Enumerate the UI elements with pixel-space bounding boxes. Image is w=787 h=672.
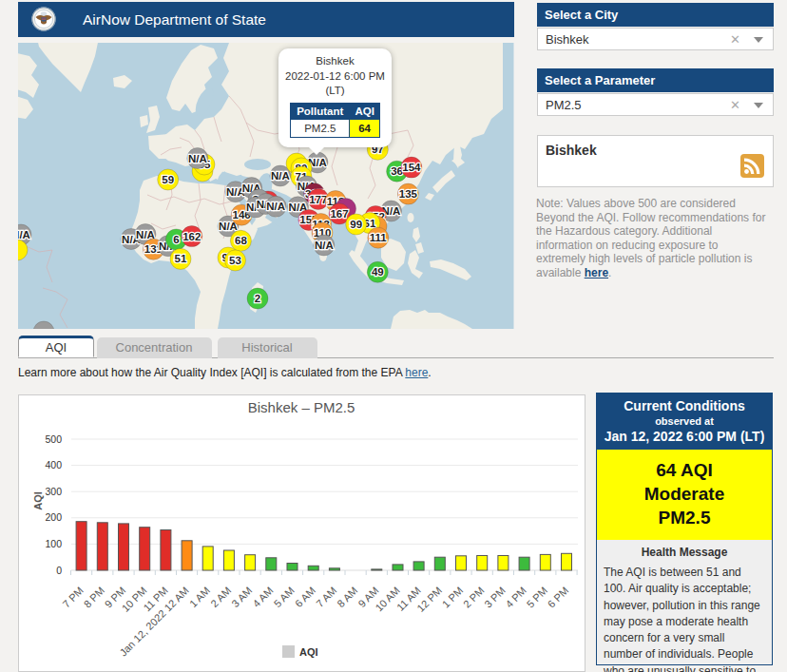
svg-text:AQI: AQI: [32, 491, 44, 510]
svg-text:154: 154: [402, 162, 421, 173]
svg-text:N/A: N/A: [188, 153, 207, 164]
svg-text:111: 111: [370, 232, 388, 243]
svg-text:500: 500: [45, 433, 62, 445]
svg-text:49: 49: [372, 266, 384, 278]
svg-text:N/A: N/A: [266, 201, 285, 212]
svg-text:0: 0: [56, 565, 62, 576]
svg-text:Bishkek – PM2.5: Bishkek – PM2.5: [248, 399, 355, 415]
svg-text:7 PM: 7 PM: [60, 585, 86, 610]
svg-text:6: 6: [173, 234, 179, 245]
svg-text:59: 59: [162, 174, 174, 185]
svg-text:300: 300: [45, 486, 62, 497]
svg-text:2 AM: 2 AM: [208, 585, 233, 609]
svg-text:N/A: N/A: [315, 240, 334, 251]
svg-text:177: 177: [309, 194, 327, 205]
svg-text:200: 200: [45, 511, 62, 523]
svg-text:AQI: AQI: [299, 646, 318, 658]
svg-text:68: 68: [235, 235, 247, 246]
svg-text:3 PM: 3 PM: [482, 585, 508, 610]
svg-text:5 AM: 5 AM: [272, 585, 297, 609]
svg-text:51: 51: [175, 253, 187, 264]
svg-text:135: 135: [399, 188, 418, 200]
svg-text:N/A: N/A: [271, 170, 290, 182]
svg-text:1 PM: 1 PM: [440, 585, 466, 610]
svg-text:2 PM: 2 PM: [461, 585, 487, 610]
svg-text:99: 99: [350, 219, 362, 230]
svg-text:2: 2: [255, 293, 260, 304]
svg-text:167: 167: [330, 208, 348, 220]
svg-text:4 PM: 4 PM: [503, 585, 528, 610]
svg-text:1 AM: 1 AM: [187, 585, 212, 609]
svg-text:7 AM: 7 AM: [314, 585, 338, 609]
svg-text:4 AM: 4 AM: [250, 585, 275, 609]
svg-text:N/A: N/A: [18, 229, 30, 240]
svg-text:53: 53: [229, 255, 241, 266]
svg-text:100: 100: [45, 538, 62, 549]
svg-text:8 PM: 8 PM: [82, 585, 107, 610]
svg-text:400: 400: [45, 459, 62, 470]
svg-text:5 PM: 5 PM: [525, 585, 550, 610]
svg-text:8 AM: 8 AM: [335, 585, 359, 609]
svg-text:162: 162: [182, 231, 201, 242]
svg-text:6 AM: 6 AM: [293, 585, 317, 609]
svg-text:6 PM: 6 PM: [546, 585, 571, 610]
svg-text:3 AM: 3 AM: [229, 585, 254, 609]
svg-text:N/A: N/A: [136, 229, 155, 240]
